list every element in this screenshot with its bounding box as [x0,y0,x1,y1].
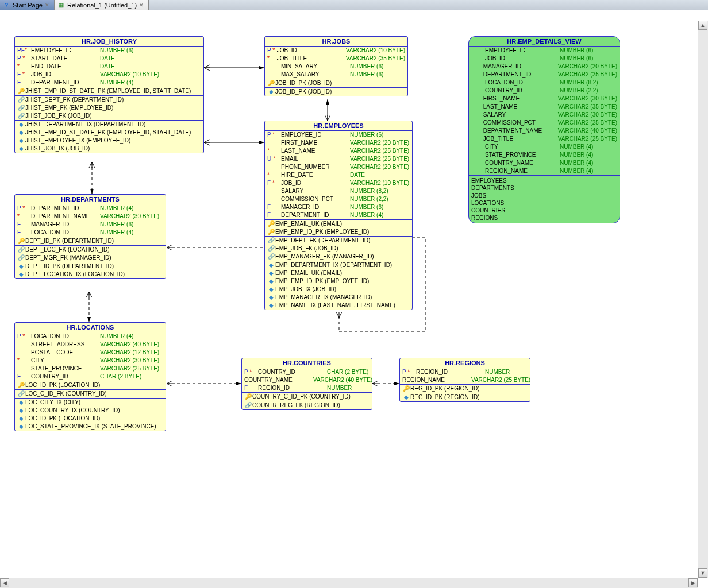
column-name: REGION_NAME [485,167,560,175]
table-row: 🔗JHIST_DEPT_FK (DEPARTMENT_ID) [15,96,203,104]
tab-start-page[interactable]: ? Start Page ✕ [0,0,55,10]
fk-icon: 🔗 [267,237,275,245]
column-type: NUMBER (4) [100,229,133,237]
scrollbar-horizontal[interactable]: ◀ ▶ [0,578,698,588]
column-flags: F * [17,71,31,79]
column-name: POSTAL_CODE [31,349,100,357]
entity-regions[interactable]: HR.REGIONS P *REGION_IDNUMBER REGION_NAM… [399,358,530,402]
column-type: VARCHAR2 (30 BYTE) [100,357,159,365]
column-name: LOCATION_ID [485,79,560,87]
key-icon: 🔑 [244,393,252,401]
tab-label: Relational_1 (Untitled_1) [67,2,137,9]
column-type: NUMBER (8,2) [560,79,598,87]
key-label: LOC_ID_PK (LOCATION_ID) [25,381,100,389]
column-flags: * [267,171,281,179]
keys-section: 🔑JHIST_EMP_ID_ST_DATE_PK (EMPLOYEE_ID, S… [15,87,203,95]
column-name: REGION_ID [416,368,485,376]
column-type: NUMBER (4) [560,151,593,159]
column-type: NUMBER (4) [100,332,133,341]
index-icon: ◆ [17,121,25,129]
entity-job-history[interactable]: HR.JOB_HISTORY PF*EMPLOYEE_IDNUMBER (6)P… [14,36,204,153]
scroll-left-icon[interactable]: ◀ [0,578,9,587]
entity-locations[interactable]: HR.LOCATIONS P *LOCATION_IDNUMBER (4) ST… [14,322,166,431]
column-name: STREET_ADDRESS [31,341,100,349]
table-row: REGION_NAMEVARCHAR2 (25 BYTE) [400,376,530,384]
table-row: MIN_SALARYNUMBER (6) [265,63,407,71]
column-type: NUMBER (6) [100,220,133,229]
column-type: VARCHAR2 (25 BYTE) [558,71,617,79]
column-type: VARCHAR2 (25 BYTE) [558,135,617,143]
table-row: ◆JHIST_EMP_ID_ST_DATE_PK (EMPLOYEE_ID, S… [15,129,203,137]
column-type: NUMBER (8,2) [350,187,388,195]
table-row: 🔑REG_ID_PK (REGION_ID) [400,385,530,393]
table-row: F *JOB_IDVARCHAR2 (10 BYTE) [265,179,412,187]
column-type: VARCHAR2 (40 BYTE) [100,341,159,349]
indexes-section: ◆EMP_DEPARTMENT_IX (DEPARTMENT_ID)◆EMP_E… [265,261,412,310]
table-row: ◆LOC_CITY_IX (CITY) [15,399,166,407]
column-type: VARCHAR2 (25 BYTE) [350,155,409,163]
index-label: EMP_DEPARTMENT_IX (DEPARTMENT_ID) [275,261,392,269]
column-type: NUMBER (4) [560,159,593,167]
index-icon: ◆ [17,270,25,278]
entity-departments[interactable]: HR.DEPARTMENTS P *DEPARTMENT_IDNUMBER (4… [14,194,166,279]
table-row: SALARYNUMBER (8,2) [265,187,412,195]
fk-label: EMP_MANAGER_FK (MANAGER_ID) [275,253,374,261]
table-row: P *LOCATION_IDNUMBER (4) [15,332,166,341]
index-label: EMP_EMAIL_UK (EMAIL) [275,269,342,277]
column-name: COUNTRY_NAME [485,159,560,167]
fks-section: 🔗DEPT_LOC_FK (LOCATION_ID)🔗DEPT_MGR_FK (… [15,245,166,262]
column-type: VARCHAR2 (30 BYTE) [100,212,159,220]
close-icon[interactable]: ✕ [139,2,144,8]
tab-relational[interactable]: ▦ Relational_1 (Untitled_1) ✕ [55,0,149,10]
column-type: VARCHAR2 (35 BYTE) [558,103,617,111]
table-row: JOB_IDNUMBER (6) [469,55,620,63]
table-row: FIRST_NAMEVARCHAR2 (20 BYTE) [265,139,412,147]
table-row: MANAGER_IDVARCHAR2 (20 BYTE) [469,63,620,71]
key-label: REG_ID_PK (REGION_ID) [410,385,480,393]
column-flags: P * [17,55,31,63]
column-type: VARCHAR2 (20 BYTE) [558,63,617,71]
table-row: 🔑LOC_ID_PK (LOCATION_ID) [15,381,166,389]
table-row: 🔗EMP_DEPT_FK (DEPARTMENT_ID) [265,237,412,245]
key-icon: 🔑 [17,237,25,245]
indexes-section: ◆DEPT_ID_PK (DEPARTMENT_ID)◆DEPT_LOCATIO… [15,262,166,278]
index-label: EMP_MANAGER_IX (MANAGER_ID) [275,293,372,301]
index-icon: ◆ [267,285,275,293]
table-row: LOCATION_IDNUMBER (8,2) [469,79,620,87]
entity-title: HR.REGIONS [400,358,530,368]
entity-emp-details-view[interactable]: HR.EMP_DETAILS_VIEW EMPLOYEE_IDNUMBER (6… [468,36,620,223]
column-type: VARCHAR2 (35 BYTE) [346,55,405,63]
fk-label: COUNTR_REG_FK (REGION_ID) [252,401,340,409]
column-type: VARCHAR2 (40 BYTE) [558,127,617,135]
table-row: ◆DEPT_LOCATION_IX (LOCATION_ID) [15,270,166,278]
table-row: 🔑JOB_ID_PK (JOB_ID) [265,79,407,87]
table-row: F DEPARTMENT_IDNUMBER (4) [15,79,203,87]
table-row: 🔗COUNTR_REG_FK (REGION_ID) [242,401,372,409]
column-name: DEPARTMENT_ID [483,71,558,79]
column-flags: U * [267,155,281,163]
entity-jobs[interactable]: HR.JOBS P *JOB_IDVARCHAR2 (10 BYTE) *JOB… [264,36,408,96]
entity-countries[interactable]: HR.COUNTRIES P *COUNTRY_IDCHAR (2 BYTE) … [241,358,372,410]
index-icon: ◆ [267,269,275,277]
table-row: ◆EMP_EMP_ID_PK (EMPLOYEE_ID) [265,277,412,285]
entity-employees[interactable]: HR.EMPLOYEES P *EMPLOYEE_IDNUMBER (6) FI… [264,121,413,310]
scrollbar-vertical[interactable]: ▲ ▼ [698,21,708,578]
fk-label: EMP_JOB_FK (JOB_ID) [275,245,338,253]
table-row: P *EMPLOYEE_IDNUMBER (6) [265,131,412,139]
column-type: DATE [100,63,115,71]
column-name: COMMISSION_PCT [281,195,350,203]
column-flags: F [17,79,31,87]
view-source: DEPARTMENTS [471,184,617,192]
scroll-right-icon[interactable]: ▶ [688,578,698,587]
index-icon: ◆ [17,407,25,415]
table-row: POSTAL_CODEVARCHAR2 (12 BYTE) [15,349,166,357]
diagram-canvas[interactable]: HR.JOB_HISTORY PF*EMPLOYEE_IDNUMBER (6)P… [0,10,698,585]
column-name: DEPARTMENT_ID [31,79,100,87]
table-row: SALARYVARCHAR2 (30 BYTE) [469,111,620,119]
column-type: VARCHAR2 (25 BYTE) [558,119,617,127]
column-name: EMPLOYEE_ID [485,47,560,55]
view-source: COUNTRIES [471,207,617,214]
scroll-up-icon[interactable]: ▲ [698,21,707,30]
close-icon[interactable]: ✕ [45,2,49,8]
scroll-down-icon[interactable]: ▼ [698,568,707,578]
